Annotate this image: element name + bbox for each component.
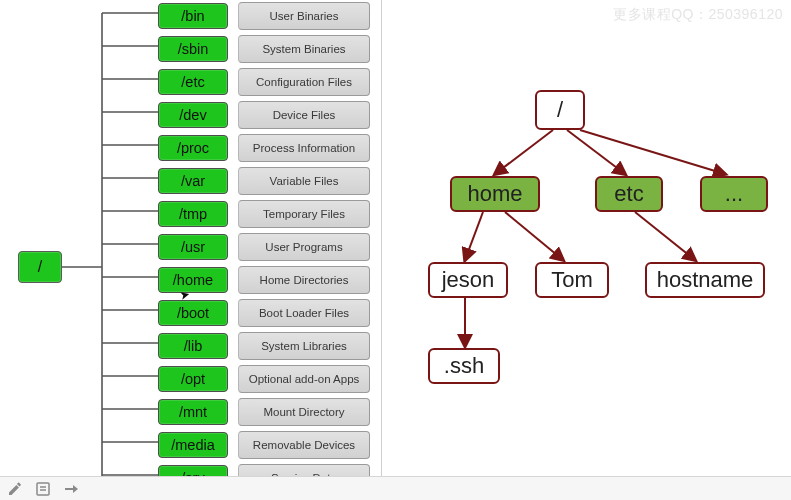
left-connectors (62, 0, 158, 500)
tree-node-jeson: jeson (428, 262, 508, 298)
dir-box: /lib (158, 333, 228, 359)
fs-row: /bootBoot Loader Files (158, 297, 370, 328)
fs-row: /procProcess Information (158, 132, 370, 163)
desc-box: User Binaries (238, 2, 370, 30)
dir-box: /var (158, 168, 228, 194)
desc-box: System Libraries (238, 332, 370, 360)
dir-box: /proc (158, 135, 228, 161)
dir-box: /usr (158, 234, 228, 260)
fs-row: /sbinSystem Binaries (158, 33, 370, 64)
dir-box: /opt (158, 366, 228, 392)
desc-box: Configuration Files (238, 68, 370, 96)
dir-box: /etc (158, 69, 228, 95)
tree-diagram: / home etc ... jeson Tom hostname .ssh (395, 90, 790, 470)
dir-box: /media (158, 432, 228, 458)
desc-box: Boot Loader Files (238, 299, 370, 327)
fs-row: /devDevice Files (158, 99, 370, 130)
dir-box: /sbin (158, 36, 228, 62)
root-node: / (18, 251, 62, 283)
desc-box: Mount Directory (238, 398, 370, 426)
watermark-text: 更多课程QQ：250396120 (613, 6, 783, 24)
svg-rect-24 (37, 483, 49, 495)
pencil-icon[interactable] (6, 480, 24, 498)
vertical-divider (381, 0, 382, 500)
svg-line-21 (505, 212, 563, 260)
desc-box: Process Information (238, 134, 370, 162)
tree-node-ssh: .ssh (428, 348, 500, 384)
svg-line-17 (495, 130, 553, 174)
tree-node-etc: etc (595, 176, 663, 212)
fs-row: /usrUser Programs (158, 231, 370, 262)
desc-box: Removable Devices (238, 431, 370, 459)
filesystem-table: / /binUser Binaries /sbinSystem Binaries (18, 0, 378, 500)
dir-box: /boot (158, 300, 228, 326)
fs-row: /optOptional add-on Apps (158, 363, 370, 394)
fs-row: /varVariable Files (158, 165, 370, 196)
fs-row: /mediaRemovable Devices (158, 429, 370, 460)
arrow-right-icon[interactable] (62, 480, 80, 498)
fs-row: /binUser Binaries (158, 0, 370, 31)
fs-row: /mntMount Directory (158, 396, 370, 427)
bottom-toolbar (0, 476, 791, 500)
notes-icon[interactable] (34, 480, 52, 498)
desc-box: Temporary Files (238, 200, 370, 228)
desc-box: Device Files (238, 101, 370, 129)
fs-row: /libSystem Libraries (158, 330, 370, 361)
tree-node-tom: Tom (535, 262, 609, 298)
tree-node-hostname: hostname (645, 262, 765, 298)
desc-box: Variable Files (238, 167, 370, 195)
dir-box: /dev (158, 102, 228, 128)
desc-box: Optional add-on Apps (238, 365, 370, 393)
fs-row: /homeHome Directories (158, 264, 370, 295)
tree-root-node: / (535, 90, 585, 130)
dir-box: /home (158, 267, 228, 293)
desc-box: Home Directories (238, 266, 370, 294)
dir-box: /mnt (158, 399, 228, 425)
fs-row: /tmpTemporary Files (158, 198, 370, 229)
tree-node-more: ... (700, 176, 768, 212)
svg-line-20 (465, 212, 483, 260)
filesystem-rows: /binUser Binaries /sbinSystem Binaries /… (158, 0, 370, 493)
tree-node-home: home (450, 176, 540, 212)
fs-row: /etcConfiguration Files (158, 66, 370, 97)
dir-box: /bin (158, 3, 228, 29)
svg-line-19 (580, 130, 725, 174)
svg-line-22 (635, 212, 695, 260)
svg-line-18 (567, 130, 625, 174)
desc-box: System Binaries (238, 35, 370, 63)
dir-box: /tmp (158, 201, 228, 227)
desc-box: User Programs (238, 233, 370, 261)
